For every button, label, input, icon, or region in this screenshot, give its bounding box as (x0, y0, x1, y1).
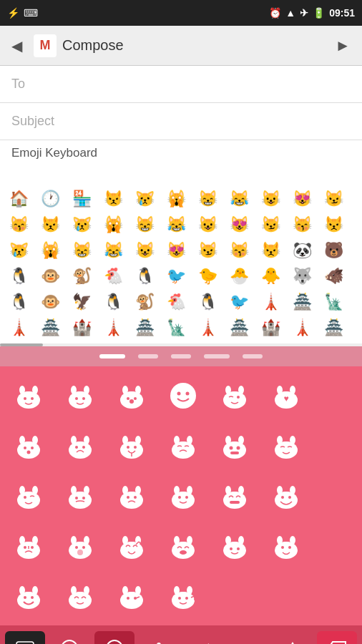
emoji-u6[interactable]: 🐔 (160, 289, 192, 315)
emoji-u11[interactable]: 🗽 (318, 289, 349, 315)
emoji-s4[interactable]: 😹 (97, 238, 129, 263)
delete-button[interactable] (317, 631, 357, 644)
subject-input[interactable] (69, 109, 351, 134)
keyboard-button[interactable] (5, 631, 45, 644)
pink-emoji-r3-2[interactable] (157, 471, 209, 521)
pink-emoji-r4-7[interactable] (157, 571, 209, 621)
keyboard-tab-3[interactable] (171, 354, 191, 358)
emoji-cat3[interactable]: 🙀 (160, 186, 192, 212)
clock-button[interactable] (49, 631, 89, 644)
pink-emoji-r2-7[interactable] (54, 471, 106, 521)
emoji-r6[interactable]: 😹 (160, 212, 192, 238)
emoji-v5[interactable]: 🏯 (129, 315, 160, 341)
emoji-s10[interactable]: 🐼 (286, 238, 318, 263)
emoji-s9[interactable]: 😾 (255, 238, 286, 263)
emoji-v11[interactable]: 🏯 (318, 315, 349, 341)
emoji-v3[interactable]: 🏰 (66, 315, 97, 341)
to-input[interactable] (69, 72, 351, 97)
pink-emoji-smiley[interactable] (157, 371, 209, 421)
emoji-t9[interactable]: 🐥 (255, 263, 286, 289)
triangle-button[interactable] (273, 631, 313, 644)
pink-emoji-r4-6[interactable] (106, 571, 157, 621)
emoji-t7[interactable]: 🐤 (192, 263, 223, 289)
pink-emoji-wink[interactable] (209, 371, 260, 421)
emoji-r10[interactable]: 😽 (286, 212, 318, 238)
emoji-t11[interactable]: 🐗 (318, 263, 349, 289)
pink-emoji-r3-3[interactable] (209, 471, 260, 521)
crown-button[interactable] (183, 631, 223, 644)
emoji-u2[interactable]: 🐵 (34, 289, 66, 315)
emoji-v4[interactable]: 🗼 (97, 315, 129, 341)
emoji-s6[interactable]: 😻 (160, 238, 192, 263)
emoji-v9[interactable]: 🏰 (255, 315, 286, 341)
emoji-t4[interactable]: 🐔 (97, 263, 129, 289)
emoji-r7[interactable]: 😺 (192, 212, 223, 238)
pink-emoji-kiss[interactable] (3, 421, 54, 471)
pink-emoji-r4-1[interactable] (157, 521, 209, 571)
back-button[interactable]: ◀ (6, 34, 28, 57)
emoji-r4[interactable]: 🙀 (97, 212, 129, 238)
emoji-r1[interactable]: 😽 (3, 212, 34, 238)
emoji-u10[interactable]: 🏯 (286, 289, 318, 315)
emoji-v2[interactable]: 🏯 (34, 315, 66, 341)
emoji-t5[interactable]: 🐧 (129, 263, 160, 289)
keyboard-tab-5[interactable] (243, 354, 263, 358)
emoji-t1[interactable]: 🐧 (3, 263, 34, 289)
emoji-cat6[interactable]: 😺 (255, 186, 286, 212)
emoji-r11[interactable]: 😾 (318, 212, 349, 238)
emoji-s3[interactable]: 😸 (66, 238, 97, 263)
emoji-v1[interactable]: 🗼 (3, 315, 34, 341)
emoji-t10[interactable]: 🐺 (286, 263, 318, 289)
emoji-u5[interactable]: 🐒 (129, 289, 160, 315)
emoji-t3[interactable]: 🐒 (66, 263, 97, 289)
pink-emoji-r4-2[interactable] (209, 521, 260, 571)
pink-emoji-r4-3[interactable] (260, 521, 312, 571)
emoji-s7[interactable]: 😼 (192, 238, 223, 263)
emoji-button[interactable] (94, 631, 134, 644)
emoji-cat5[interactable]: 😹 (223, 186, 255, 212)
emoji-r8[interactable]: 😻 (223, 212, 255, 238)
emoji-r3[interactable]: 😿 (66, 212, 97, 238)
emoji-store[interactable]: 🏪 (66, 186, 97, 212)
emoji-u3[interactable]: 🦅 (66, 289, 97, 315)
send-button[interactable]: ► (329, 34, 356, 58)
emoji-cat1[interactable]: 😾 (97, 186, 129, 212)
keyboard-tab-1[interactable] (99, 354, 125, 358)
pink-emoji-r2-1[interactable] (54, 421, 106, 471)
pink-emoji-r2-5[interactable] (260, 421, 312, 471)
flower-button[interactable] (139, 631, 179, 644)
pink-emoji-r4-4[interactable] (3, 571, 54, 621)
emoji-t6[interactable]: 🐦 (160, 263, 192, 289)
emoji-u8[interactable]: 🐦 (223, 289, 255, 315)
emoji-s1[interactable]: 😿 (3, 238, 34, 263)
emoji-u1[interactable]: 🐧 (3, 289, 34, 315)
pink-emoji-heart[interactable]: ♥ (260, 371, 312, 421)
emoji-cat4[interactable]: 😸 (192, 186, 223, 212)
pink-emoji-3[interactable] (106, 371, 157, 421)
keyboard-tab-2[interactable] (138, 354, 158, 358)
pink-emoji-r3-1[interactable] (106, 471, 157, 521)
pink-emoji-r2-3[interactable] (157, 421, 209, 471)
emoji-s5[interactable]: 😺 (129, 238, 160, 263)
emoji-r5[interactable]: 😸 (129, 212, 160, 238)
pink-emoji-2[interactable] (54, 371, 106, 421)
emoji-s11[interactable]: 🐻 (318, 238, 349, 263)
emoji-cat2[interactable]: 😿 (129, 186, 160, 212)
emoji-u7[interactable]: 🐧 (192, 289, 223, 315)
pink-emoji-r3-4[interactable] (260, 471, 312, 521)
emoji-t8[interactable]: 🐣 (223, 263, 255, 289)
emoji-clock[interactable]: 🕐 (34, 186, 66, 212)
pink-emoji-r4-5[interactable] (54, 571, 106, 621)
emoji-t2[interactable]: 🐵 (34, 263, 66, 289)
emoji-u4[interactable]: 🐧 (97, 289, 129, 315)
body-area[interactable]: Emoji Keyboard (0, 140, 362, 183)
emoji-v10[interactable]: 🗼 (286, 315, 318, 341)
pink-emoji-1[interactable] (3, 371, 54, 421)
emoji-cat7[interactable]: 😻 (286, 186, 318, 212)
car-button[interactable] (228, 631, 268, 644)
emoji-s8[interactable]: 😽 (223, 238, 255, 263)
emoji-u9[interactable]: 🗼 (255, 289, 286, 315)
emoji-v8[interactable]: 🏯 (223, 315, 255, 341)
pink-emoji-r2-6[interactable] (3, 471, 54, 521)
pink-emoji-r3-7[interactable] (106, 521, 157, 571)
